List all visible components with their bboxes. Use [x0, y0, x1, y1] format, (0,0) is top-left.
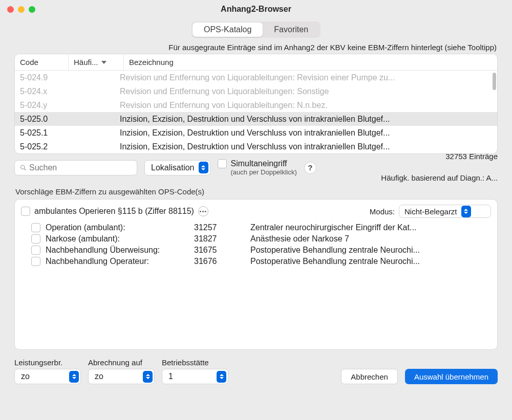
ebm-row[interactable]: Operation (ambulant): 31257 Zentraler ne…: [21, 222, 491, 233]
ebm-row[interactable]: Nachbehandlung Operateur: 31676 Postoper…: [21, 256, 491, 267]
ebm-row[interactable]: Narkose (ambulant): 31827 Anästhesie ode…: [21, 233, 491, 245]
ebm-label: Nachbehandlung Operateur:: [46, 257, 189, 266]
table-row[interactable]: 5-024.9 Revision und Entfernung von Liqu…: [15, 71, 497, 84]
ebm-panel: ambulantes Operieren §115 b (Ziffer 8811…: [14, 199, 498, 350]
zoom-icon[interactable]: [29, 6, 35, 13]
traffic-lights: [7, 6, 35, 13]
search-input-field[interactable]: [29, 163, 132, 172]
table-row[interactable]: 5-024.x Revision und Entfernung von Liqu…: [15, 84, 497, 98]
leistungserbr-label: Leistungserbr.: [14, 358, 81, 367]
window-title: Anhang2-Browser: [0, 5, 512, 14]
search-icon: [20, 164, 26, 171]
ebm-row[interactable]: Nachbehandlung Überweisung: 31675 Postop…: [21, 245, 491, 256]
abrechnung-col: Abrechnung auf zo: [88, 358, 155, 384]
modus-block: Modus: Nicht-Belegarzt: [370, 205, 491, 218]
betriebsstaette-col: Betriebsstätte 1: [162, 358, 228, 384]
modus-select[interactable]: Nicht-Belegarzt: [399, 205, 491, 218]
col-code[interactable]: Code: [15, 54, 69, 70]
svg-line-1: [24, 169, 26, 170]
search-row: Lokalisation Simultaneingriff (auch per …: [14, 159, 498, 176]
ebm-desc: Anästhesie oder Narkose 7: [250, 234, 491, 244]
col-bezeichnung[interactable]: Bezeichnung: [124, 54, 497, 70]
stepper-icon: [69, 371, 79, 383]
amb-op-checkbox[interactable]: [21, 207, 30, 216]
cell-bez: Inzision, Exzision, Destruktion und Vers…: [120, 142, 492, 151]
leistungserbr-select[interactable]: zo: [14, 369, 81, 384]
search-input[interactable]: [14, 160, 137, 175]
cell-code: 5-024.x: [20, 87, 120, 96]
grey-entries-hint: Für ausgegraute Einträge sind im Anhang2…: [14, 43, 498, 52]
modus-value: Nicht-Belegarzt: [404, 207, 457, 216]
cell-code: 5-025.2: [20, 142, 120, 151]
table-meta: 32753 Einträge Häufigk. basierend auf Di…: [381, 152, 498, 183]
footer: Leistungserbr. zo Abrechnung auf zo: [14, 358, 498, 384]
ebm-checkbox[interactable]: [31, 234, 40, 244]
abrechnung-value: zo: [95, 372, 103, 381]
betriebsstaette-select[interactable]: 1: [162, 369, 228, 384]
simultaneingriff-label: Simultaneingriff: [231, 159, 287, 168]
betriebsstaette-label: Betriebsstätte: [162, 358, 228, 367]
modus-label: Modus:: [370, 207, 395, 216]
ebm-desc: Zentraler neurochirurgischer Eingriff de…: [250, 223, 491, 232]
abrechnung-label: Abrechnung auf: [88, 358, 155, 367]
ebm-code: 31827: [194, 234, 245, 244]
amb-op-title: ambulantes Operieren §115 b (Ziffer 8811…: [34, 207, 194, 216]
cell-bez: Revision und Entfernung von Liquorableit…: [120, 87, 492, 96]
cell-code: 5-024.y: [20, 101, 120, 110]
minimize-icon[interactable]: [18, 6, 25, 13]
table-row[interactable]: 5-025.2 Inzision, Exzision, Destruktion …: [15, 140, 497, 153]
cancel-button[interactable]: Abbrechen: [341, 369, 398, 384]
freq-basis: Häufigk. basierend auf Diagn.: A...: [381, 173, 498, 183]
more-icon[interactable]: •••: [198, 206, 208, 216]
svg-point-0: [21, 165, 25, 169]
table-body-viewport: 5-024.9 Revision und Entfernung von Liqu…: [15, 71, 497, 153]
cell-code: 5-025.0: [20, 115, 120, 124]
cell-code: 5-025.1: [20, 128, 120, 138]
simultaneingriff-block: Simultaneingriff (auch per Doppelklick): [218, 159, 297, 176]
ops-table: Code Häufi... Bezeichnung 5-024.9 Revisi…: [14, 54, 498, 154]
leistungserbr-col: Leistungserbr. zo: [14, 358, 81, 384]
tab-ops-katalog[interactable]: OPS-Katalog: [193, 23, 263, 37]
tab-favoriten[interactable]: Favoriten: [263, 23, 319, 37]
apply-button[interactable]: Auswahl übernehmen: [405, 369, 498, 384]
cell-bez: Inzision, Exzision, Destruktion und Vers…: [120, 128, 492, 138]
ebm-label: Narkose (ambulant):: [46, 234, 189, 244]
cell-bez: Inzision, Exzision, Destruktion und Vers…: [120, 115, 492, 124]
segmented-control: OPS-Katalog Favoriten: [191, 21, 321, 38]
ebm-checkbox[interactable]: [31, 223, 40, 232]
ebm-code: 31675: [194, 246, 245, 255]
table-row[interactable]: 5-024.y Revision und Entfernung von Liqu…: [15, 98, 497, 112]
table-header: Code Häufi... Bezeichnung: [15, 54, 497, 71]
ebm-panel-head: ambulantes Operieren §115 b (Ziffer 8811…: [21, 205, 491, 218]
abrechnung-select[interactable]: zo: [88, 369, 155, 384]
ebm-checkbox[interactable]: [31, 246, 40, 255]
titlebar: Anhang2-Browser: [0, 0, 512, 18]
cell-bez: Revision und Entfernung von Liquorableit…: [120, 101, 492, 110]
stepper-icon: [143, 371, 153, 383]
col-haeufigkeit[interactable]: Häufi...: [69, 54, 124, 70]
ebm-label: Nachbehandlung Überweisung:: [46, 246, 189, 255]
close-icon[interactable]: [7, 6, 14, 13]
ebm-label: Operation (ambulant):: [46, 223, 189, 232]
table-row[interactable]: 5-025.0 Inzision, Exzision, Destruktion …: [15, 112, 497, 126]
ebm-checkbox[interactable]: [31, 257, 40, 266]
cell-bez: Revision und Entfernung von Liquorableit…: [120, 73, 492, 82]
table-row[interactable]: 5-025.1 Inzision, Exzision, Destruktion …: [15, 126, 497, 140]
help-button[interactable]: ?: [304, 162, 316, 174]
table-scrollbar[interactable]: [493, 73, 496, 90]
stepper-icon: [217, 371, 226, 383]
ebm-code: 31257: [194, 223, 245, 232]
cell-code: 5-024.9: [20, 73, 120, 82]
stepper-icon: [461, 206, 471, 217]
chevron-down-icon: [101, 61, 106, 64]
col-haeufigkeit-label: Häufi...: [74, 58, 98, 67]
leistungserbr-value: zo: [21, 372, 30, 381]
betriebsstaette-value: 1: [168, 372, 173, 381]
table-body: 5-024.9 Revision und Entfernung von Liqu…: [15, 71, 497, 153]
lokalisation-label: Lokalisation: [151, 163, 195, 172]
ebm-desc: Postoperative Behandlung zentrale Neuroc…: [250, 257, 491, 266]
lokalisation-select[interactable]: Lokalisation: [144, 160, 210, 175]
simultaneingriff-checkbox[interactable]: [218, 159, 227, 168]
ebm-code: 31676: [194, 257, 245, 266]
entry-count: 32753 Einträge: [381, 152, 498, 161]
